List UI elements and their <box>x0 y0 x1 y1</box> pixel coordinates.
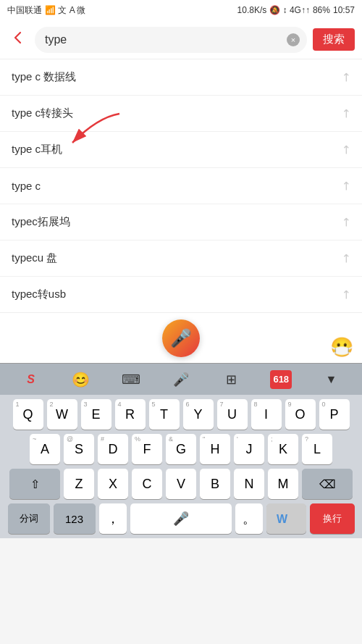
voice-button[interactable]: 🎤 <box>162 319 200 357</box>
suggestion-item[interactable]: type c ↗ <box>0 168 362 204</box>
key-i[interactable]: 8I <box>251 399 282 430</box>
keyboard: 1Q 2W 3E 4R 5T 6Y 7U 8I 9O 0P ~A @S #D %… <box>0 395 362 538</box>
key-row-qwerty: 1Q 2W 3E 4R 5T 6Y 7U 8I 9O 0P <box>2 399 360 430</box>
key-row-asdf: ~A @S #D %F &G "H 'J ;K ?L <box>2 434 360 464</box>
key-row-zxcv: ⇧ Z X C V B N M ⌫ <box>2 469 360 499</box>
toolbar-keyboard-icon[interactable]: ⌨ <box>117 367 146 392</box>
search-box: × <box>35 27 307 53</box>
search-input[interactable] <box>45 33 287 46</box>
key-a[interactable]: ~A <box>30 434 60 464</box>
microphone-icon: 🎤 <box>170 328 192 348</box>
key-f[interactable]: %F <box>132 434 162 464</box>
key-period[interactable]: 。 <box>235 503 263 534</box>
key-s[interactable]: @S <box>64 434 94 464</box>
status-icons: 📶 文 A 微 <box>45 4 85 17</box>
key-b[interactable]: B <box>200 469 230 499</box>
key-x[interactable]: X <box>98 469 128 499</box>
suggestion-text: typecu 盘 <box>12 251 57 265</box>
suggestions-list: type c 数据线 ↗ type c转接头 ↗ type c耳机 ↗ type… <box>0 59 362 312</box>
key-l[interactable]: ?L <box>302 434 332 464</box>
key-y[interactable]: 6Y <box>183 399 214 430</box>
toolbar-sogou-icon[interactable]: S <box>17 367 46 392</box>
battery: 86% <box>313 5 330 15</box>
signal-icon: 🔕 ↕ 4G↑↑ <box>269 5 310 15</box>
key-w[interactable]: 2W <box>47 399 77 430</box>
key-n[interactable]: N <box>234 469 264 499</box>
time: 10:57 <box>333 5 355 15</box>
toolbar-grid-icon[interactable]: ⊞ <box>216 367 245 392</box>
arrow-icon: ↗ <box>337 141 354 158</box>
key-enter[interactable]: 换行 <box>310 503 355 534</box>
key-c[interactable]: C <box>132 469 162 499</box>
key-shift[interactable]: ⇧ <box>9 469 60 499</box>
suggestion-item[interactable]: typec转usb ↗ <box>0 277 362 312</box>
clear-button[interactable]: × <box>287 33 300 46</box>
svg-text:W: W <box>277 513 288 525</box>
arrow-icon: ↗ <box>337 177 354 194</box>
status-bar: 中国联通 📶 文 A 微 10.8K/s 🔕 ↕ 4G↑↑ 86% 10:57 <box>0 0 362 20</box>
suggestion-item[interactable]: type c 数据线 ↗ <box>0 59 362 96</box>
suggestion-text: typec拓展坞 <box>12 215 70 229</box>
key-q[interactable]: 1Q <box>13 399 43 430</box>
status-right: 10.8K/s 🔕 ↕ 4G↑↑ 86% 10:57 <box>237 5 355 15</box>
arrow-icon: ↗ <box>337 69 354 85</box>
key-r[interactable]: 4R <box>115 399 146 430</box>
suggestion-text: type c 数据线 <box>12 70 76 84</box>
toolbar-expand-icon[interactable]: ▼ <box>316 367 345 392</box>
toolbar-emoji-icon[interactable]: 😊 <box>67 367 96 392</box>
arrow-icon: ↗ <box>337 105 354 122</box>
carrier: 中国联通 <box>7 4 42 17</box>
key-k[interactable]: ;K <box>268 434 298 464</box>
key-p[interactable]: 0P <box>319 399 350 430</box>
key-space[interactable]: 🎤 <box>130 503 232 534</box>
suggestion-item[interactable]: typec拓展坞 ↗ <box>0 204 362 241</box>
emoji-sticker: 😷 <box>330 336 353 359</box>
key-e[interactable]: 3E <box>81 399 111 430</box>
key-m[interactable]: M <box>268 469 298 499</box>
back-button[interactable] <box>7 27 29 52</box>
key-w-watermark[interactable]: W <box>266 503 306 534</box>
key-u[interactable]: 7U <box>217 399 248 430</box>
suggestion-item[interactable]: typecu 盘 ↗ <box>0 241 362 277</box>
key-z[interactable]: Z <box>64 469 94 499</box>
keyboard-toolbar: S 😊 ⌨ 🎤 ⊞ 618 ▼ <box>0 363 362 395</box>
key-h[interactable]: "H <box>200 434 230 464</box>
network-speed: 10.8K/s <box>237 5 267 15</box>
key-fenci[interactable]: 分词 <box>8 503 50 534</box>
suggestion-text: type c耳机 <box>12 143 62 156</box>
suggestion-item-earphone[interactable]: type c耳机 ↗ <box>0 132 362 168</box>
key-v[interactable]: V <box>166 469 196 499</box>
key-row-bottom: 分词 123 ， 🎤 。 W 换行 <box>2 503 360 534</box>
suggestion-text: type c转接头 <box>12 106 73 120</box>
arrow-icon: ↗ <box>337 250 354 267</box>
toolbar-618-button[interactable]: 618 <box>266 367 295 392</box>
search-header: × 搜索 <box>0 20 362 59</box>
key-o[interactable]: 9O <box>285 399 316 430</box>
key-d[interactable]: #D <box>98 434 128 464</box>
suggestion-item[interactable]: type c转接头 ↗ <box>0 96 362 132</box>
toolbar-mic-icon[interactable]: 🎤 <box>167 367 195 392</box>
key-delete[interactable]: ⌫ <box>302 469 353 499</box>
key-123[interactable]: 123 <box>54 503 96 534</box>
key-comma[interactable]: ， <box>99 503 127 534</box>
status-left: 中国联通 📶 文 A 微 <box>7 4 85 17</box>
arrow-icon: ↗ <box>337 286 354 303</box>
arrow-icon: ↗ <box>337 214 354 230</box>
suggestion-text: type c <box>12 180 41 192</box>
key-t[interactable]: 5T <box>149 399 180 430</box>
key-g[interactable]: &G <box>166 434 196 464</box>
suggestion-text: typec转usb <box>12 288 66 301</box>
search-button[interactable]: 搜索 <box>313 28 355 51</box>
key-j[interactable]: 'J <box>234 434 264 464</box>
